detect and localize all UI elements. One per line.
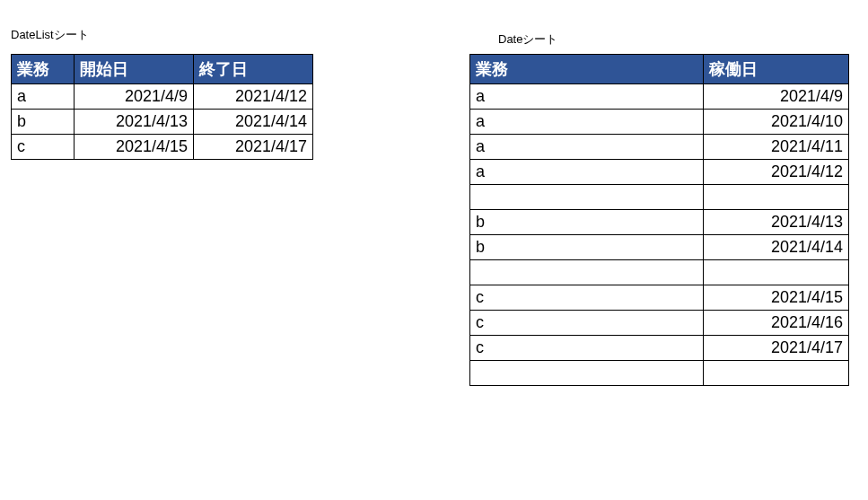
cell-date	[704, 260, 849, 285]
cell-task: a	[470, 110, 704, 135]
cell-end: 2021/4/17	[194, 135, 313, 160]
cell-task: a	[470, 160, 704, 185]
table-row: a 2021/4/12	[470, 160, 849, 185]
cell-task: a	[470, 84, 704, 110]
cell-date: 2021/4/16	[704, 311, 849, 336]
cell-date	[704, 185, 849, 210]
cell-task: a	[12, 84, 75, 110]
table-row: b 2021/4/14	[470, 235, 849, 260]
cell-task: c	[470, 311, 704, 336]
cell-end: 2021/4/14	[194, 110, 313, 135]
table-row: c 2021/4/15	[470, 285, 849, 311]
cell-date: 2021/4/11	[704, 135, 849, 160]
cell-task: b	[12, 110, 75, 135]
cell-start: 2021/4/9	[75, 84, 194, 110]
table-row: c 2021/4/16	[470, 311, 849, 336]
table-row: a 2021/4/9 2021/4/12	[12, 84, 313, 110]
header-end: 終了日	[194, 55, 313, 84]
date-table-container: 業務 稼働日 a 2021/4/9 a 2021/4/10 a 2021/4/1…	[469, 54, 848, 386]
cell-task: c	[12, 135, 75, 160]
cell-date: 2021/4/15	[704, 285, 849, 311]
datelist-table-container: 業務 開始日 終了日 a 2021/4/9 2021/4/12 b 2021/4…	[11, 54, 312, 160]
table-row: b 2021/4/13 2021/4/14	[12, 110, 313, 135]
cell-date: 2021/4/13	[704, 210, 849, 235]
table-header-row: 業務 開始日 終了日	[12, 55, 313, 84]
table-row: b 2021/4/13	[470, 210, 849, 235]
table-header-row: 業務 稼働日	[470, 55, 849, 84]
cell-task: b	[470, 235, 704, 260]
table-row: c 2021/4/15 2021/4/17	[12, 135, 313, 160]
cell-task: a	[470, 135, 704, 160]
table-row	[470, 361, 849, 386]
cell-start: 2021/4/13	[75, 110, 194, 135]
table-row: a 2021/4/9	[470, 84, 849, 110]
table-row: a 2021/4/11	[470, 135, 849, 160]
cell-task	[470, 361, 704, 386]
cell-task: b	[470, 210, 704, 235]
cell-date: 2021/4/12	[704, 160, 849, 185]
date-sheet-label: Dateシート	[498, 31, 557, 48]
table-row: c 2021/4/17	[470, 336, 849, 361]
date-table: 業務 稼働日 a 2021/4/9 a 2021/4/10 a 2021/4/1…	[469, 54, 849, 386]
cell-task	[470, 260, 704, 285]
header-task: 業務	[12, 55, 75, 84]
table-row	[470, 185, 849, 210]
cell-date	[704, 361, 849, 386]
header-start: 開始日	[75, 55, 194, 84]
cell-date: 2021/4/14	[704, 235, 849, 260]
table-row: a 2021/4/10	[470, 110, 849, 135]
cell-task: c	[470, 336, 704, 361]
cell-task: c	[470, 285, 704, 311]
cell-date: 2021/4/9	[704, 84, 849, 110]
cell-date: 2021/4/17	[704, 336, 849, 361]
cell-task	[470, 185, 704, 210]
datelist-sheet-label: DateListシート	[11, 27, 89, 43]
table-row	[470, 260, 849, 285]
header-date: 稼働日	[704, 55, 849, 84]
cell-start: 2021/4/15	[75, 135, 194, 160]
cell-end: 2021/4/12	[194, 84, 313, 110]
datelist-table: 業務 開始日 終了日 a 2021/4/9 2021/4/12 b 2021/4…	[11, 54, 313, 160]
header-task: 業務	[470, 55, 704, 84]
cell-date: 2021/4/10	[704, 110, 849, 135]
